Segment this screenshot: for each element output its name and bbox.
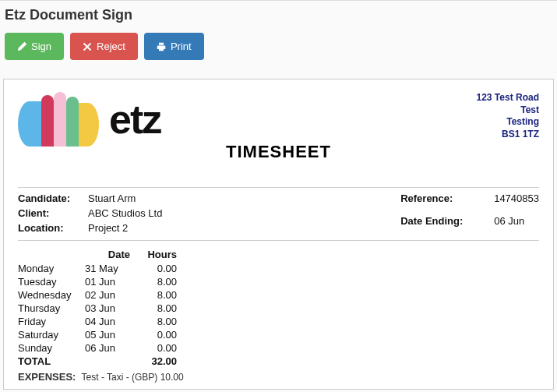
table-row-hours: 8.00: [135, 315, 182, 328]
table-row-date: 04 Jun: [80, 315, 135, 328]
table-row-hours: 0.00: [135, 262, 182, 275]
total-hours: 32.00: [135, 355, 182, 368]
reject-button[interactable]: Reject: [70, 33, 138, 60]
table-row-hours: 8.00: [135, 275, 182, 288]
table-row-hours: 0.00: [135, 341, 182, 355]
table-row-day: Friday: [18, 315, 80, 328]
address-block: 123 Test Road Test Testing BS1 1TZ: [477, 92, 539, 140]
table-row-day: Tuesday: [18, 275, 80, 288]
address-line: BS1 1TZ: [477, 129, 539, 141]
table-row-date: 05 Jun: [80, 328, 135, 341]
candidate-value: Stuart Arm: [88, 192, 162, 204]
col-blank: [18, 247, 80, 262]
candidate-label: Candidate:: [18, 192, 88, 204]
print-button[interactable]: Print: [144, 33, 204, 60]
date-ending-value: 06 Jun: [494, 215, 539, 235]
location-value: Project 2: [88, 222, 162, 234]
total-label: TOTAL: [18, 355, 80, 368]
col-date: Date: [80, 247, 135, 262]
close-icon: [83, 42, 92, 51]
date-ending-label: Date Ending:: [400, 215, 494, 235]
document-frame: etz 123 Test Road Test Testing BS1 1TZ T…: [3, 79, 554, 390]
client-label: Client:: [18, 207, 88, 219]
info-row: Candidate: Stuart Arm Client: ABC Studio…: [18, 192, 539, 234]
pencil-icon: [17, 42, 26, 51]
document-header: etz 123 Test Road Test Testing BS1 1TZ T…: [18, 92, 539, 178]
address-line: Testing: [477, 116, 539, 129]
reference-value: 14740853: [494, 192, 539, 212]
expenses-label: EXPENSES:: [18, 371, 76, 383]
total-blank: [80, 355, 135, 368]
logo-mark: [18, 92, 100, 147]
table-row-date: 02 Jun: [80, 288, 135, 302]
address-line: 123 Test Road: [477, 92, 539, 104]
table-row-hours: 0.00: [135, 328, 182, 341]
table-row-day: Thursday: [18, 302, 80, 315]
client-value: ABC Studios Ltd: [88, 207, 162, 219]
timesheet-table: Date Hours Monday 31 May 0.00 Tuesday 01…: [18, 247, 539, 368]
sign-label: Sign: [31, 41, 51, 52]
sign-button[interactable]: Sign: [5, 33, 64, 60]
toolbar: Sign Reject Print: [0, 33, 557, 79]
table-row-date: 01 Jun: [80, 275, 135, 288]
logo-text: etz: [109, 96, 160, 143]
divider: [18, 240, 539, 241]
print-icon: [157, 42, 166, 51]
table-row-date: 03 Jun: [80, 302, 135, 315]
table-row-date: 06 Jun: [80, 341, 135, 355]
table-row-hours: 8.00: [135, 302, 182, 315]
table-row-day: Sunday: [18, 341, 80, 355]
expenses-value: Test - Taxi - (GBP) 10.00: [82, 372, 184, 383]
reference-label: Reference:: [400, 192, 494, 212]
page-title: Etz Document Sign: [0, 1, 557, 33]
expenses-row: EXPENSES: Test - Taxi - (GBP) 10.00: [18, 371, 539, 383]
info-left: Candidate: Stuart Arm Client: ABC Studio…: [18, 192, 162, 234]
logo: etz: [18, 92, 539, 147]
table-row-day: Saturday: [18, 328, 80, 341]
address-line: Test: [477, 104, 539, 117]
reject-label: Reject: [97, 41, 125, 52]
table-row-date: 31 May: [80, 262, 135, 275]
print-label: Print: [171, 41, 192, 52]
info-right: Reference: 14740853 Date Ending: 06 Jun: [400, 192, 539, 234]
location-label: Location:: [18, 222, 88, 234]
divider: [18, 187, 539, 188]
table-row-day: Wednesday: [18, 288, 80, 302]
table-row-hours: 8.00: [135, 288, 182, 302]
col-hours: Hours: [135, 247, 182, 262]
table-row-day: Monday: [18, 262, 80, 275]
